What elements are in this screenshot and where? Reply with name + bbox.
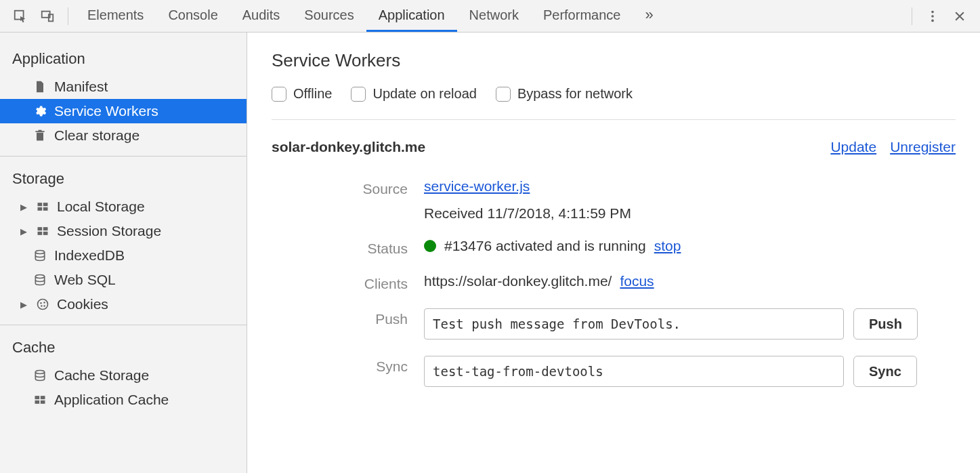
checkbox-label: Offline <box>293 86 332 102</box>
sidebar-item-clear-storage[interactable]: Clear storage <box>0 123 247 148</box>
chevron-right-icon: ▶ <box>19 300 28 310</box>
grid-icon <box>35 224 50 239</box>
sidebar-item-label: Clear storage <box>54 127 140 144</box>
sw-origin: solar-donkey.glitch.me <box>272 139 425 155</box>
database-icon <box>33 368 47 383</box>
sidebar-item-label: Service Workers <box>54 103 158 119</box>
tab-performance[interactable]: Performance <box>531 0 633 32</box>
svg-point-5 <box>931 19 934 22</box>
tab-network[interactable]: Network <box>457 0 531 32</box>
sidebar-item-cookies[interactable]: ▶ Cookies <box>0 292 247 316</box>
sidebar-item-label: Web SQL <box>54 272 116 288</box>
svg-rect-24 <box>35 400 40 404</box>
svg-rect-6 <box>38 203 43 206</box>
focus-link[interactable]: focus <box>620 273 654 289</box>
svg-rect-22 <box>35 396 40 399</box>
application-sidebar: Application Manifest Service Workers Cle… <box>0 33 247 473</box>
inspect-icon[interactable] <box>11 7 30 26</box>
divider <box>912 7 912 25</box>
database-icon <box>33 248 47 263</box>
sidebar-item-label: Cache Storage <box>54 367 149 384</box>
tab-audits[interactable]: Audits <box>230 0 293 32</box>
svg-point-16 <box>38 300 48 310</box>
client-url: https://solar-donkey.glitch.me/ <box>424 273 612 289</box>
sidebar-item-application-cache[interactable]: Application Cache <box>0 388 247 412</box>
sidebar-item-label: IndexedDB <box>54 247 125 264</box>
checkbox-icon <box>351 87 366 102</box>
sidebar-item-service-workers[interactable]: Service Workers <box>0 99 247 123</box>
label-status: Status <box>272 238 424 257</box>
svg-rect-13 <box>43 232 48 235</box>
svg-point-18 <box>43 302 45 304</box>
svg-point-19 <box>41 305 43 307</box>
divider <box>68 7 68 25</box>
chevron-right-icon: ▶ <box>19 202 28 212</box>
checkbox-icon <box>272 87 286 102</box>
sidebar-item-label: Cookies <box>57 296 108 312</box>
sidebar-item-manifest[interactable]: Manifest <box>0 75 247 99</box>
status-text: #13476 activated and is running <box>444 238 646 254</box>
label-clients: Clients <box>272 273 424 292</box>
label-source: Source <box>272 178 424 197</box>
sidebar-item-label: Manifest <box>54 79 108 95</box>
status-dot-icon <box>424 240 436 252</box>
unregister-link[interactable]: Unregister <box>890 139 956 155</box>
section-cache: Cache <box>0 333 247 363</box>
sidebar-item-websql[interactable]: Web SQL <box>0 268 247 292</box>
update-link[interactable]: Update <box>830 139 876 155</box>
devtools-topbar: Elements Console Audits Sources Applicat… <box>0 0 980 33</box>
sidebar-item-indexeddb[interactable]: IndexedDB <box>0 243 247 268</box>
tab-more[interactable]: » <box>633 0 665 32</box>
trash-icon <box>33 128 47 143</box>
sync-input[interactable] <box>424 356 844 387</box>
tab-sources[interactable]: Sources <box>292 0 366 32</box>
stop-link[interactable]: stop <box>654 238 681 254</box>
row-sync: Sync Sync <box>272 348 956 395</box>
svg-point-21 <box>35 371 44 374</box>
svg-point-14 <box>35 251 44 254</box>
source-file-link[interactable]: service-worker.js <box>424 178 530 194</box>
tab-console[interactable]: Console <box>156 0 230 32</box>
file-icon <box>33 79 47 94</box>
checkbox-offline[interactable]: Offline <box>272 86 332 102</box>
checkbox-icon <box>496 87 511 102</box>
svg-rect-25 <box>41 400 45 404</box>
svg-point-17 <box>40 302 42 304</box>
push-input[interactable] <box>424 308 844 340</box>
tab-elements[interactable]: Elements <box>75 0 156 32</box>
checkbox-update-on-reload[interactable]: Update on reload <box>351 86 476 102</box>
chevron-right-icon: ▶ <box>19 226 28 236</box>
kebab-menu-icon[interactable] <box>923 7 942 26</box>
device-toggle-icon[interactable] <box>38 7 57 26</box>
sidebar-item-label: Local Storage <box>57 199 145 215</box>
sidebar-item-session-storage[interactable]: ▶ Session Storage <box>0 219 247 243</box>
service-workers-panel: Service Workers Offline Update on reload… <box>247 33 980 473</box>
cookie-icon <box>35 297 50 312</box>
database-icon <box>33 272 47 287</box>
checkbox-label: Bypass for network <box>517 86 633 102</box>
grid-icon <box>35 199 50 214</box>
svg-rect-11 <box>43 227 48 230</box>
push-button[interactable]: Push <box>853 308 918 340</box>
sw-options: Offline Update on reload Bypass for netw… <box>272 86 956 120</box>
sidebar-item-cache-storage[interactable]: Cache Storage <box>0 363 247 388</box>
row-status: Status #13476 activated and is running s… <box>272 230 956 265</box>
panel-tabs: Elements Console Audits Sources Applicat… <box>75 0 666 32</box>
page-title: Service Workers <box>272 50 956 71</box>
section-application: Application <box>0 45 247 75</box>
sidebar-item-label: Application Cache <box>54 392 169 408</box>
sw-header: solar-donkey.glitch.me Update Unregister <box>272 120 956 170</box>
row-push: Push Push <box>272 300 956 348</box>
sidebar-item-label: Session Storage <box>57 223 161 239</box>
svg-point-4 <box>931 15 934 18</box>
sidebar-item-local-storage[interactable]: ▶ Local Storage <box>0 194 247 219</box>
tab-application[interactable]: Application <box>366 0 457 32</box>
close-icon[interactable] <box>950 7 969 26</box>
checkbox-bypass[interactable]: Bypass for network <box>496 86 633 102</box>
checkbox-label: Update on reload <box>372 86 476 102</box>
source-received: Received 11/7/2018, 4:11:59 PM <box>424 205 631 222</box>
svg-rect-10 <box>38 227 43 230</box>
section-storage: Storage <box>0 165 247 194</box>
row-source: Source service-worker.js Received 11/7/2… <box>272 170 956 230</box>
sync-button[interactable]: Sync <box>853 356 917 387</box>
